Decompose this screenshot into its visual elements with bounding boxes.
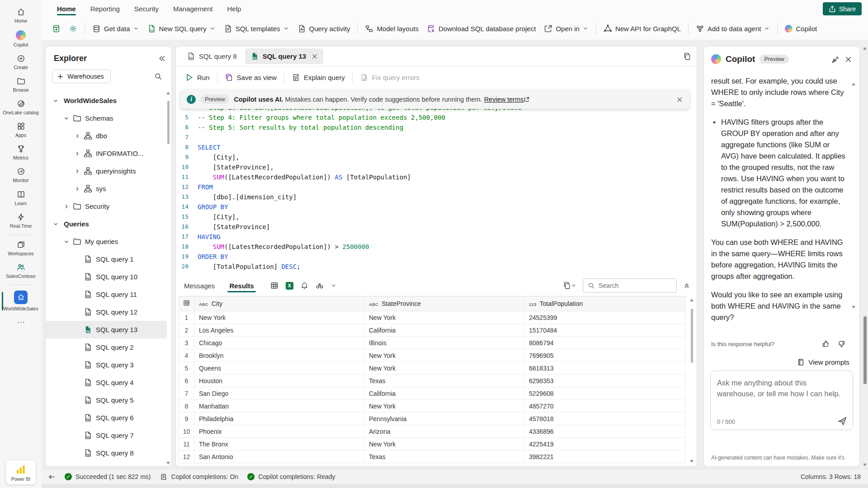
run-button[interactable]: Run bbox=[180, 70, 214, 85]
copy-results-icon[interactable] bbox=[563, 282, 576, 290]
rail-item-salescontoso[interactable]: SalesContoso bbox=[0, 260, 42, 282]
table-row[interactable]: 7San DiegoCalifornia5229608 bbox=[179, 387, 685, 400]
results-tab-messages[interactable]: Messages bbox=[182, 277, 217, 294]
tree-item-sql-query-13[interactable]: SQLSQL query 13 bbox=[46, 321, 167, 338]
scroll-down-arrow[interactable] bbox=[690, 460, 693, 463]
tree-item-my-queries[interactable]: My queries bbox=[46, 233, 167, 250]
scroll-up-arrow[interactable] bbox=[166, 92, 170, 94]
copilot-button[interactable]: Copilot bbox=[781, 22, 821, 36]
scroll-up-arrow[interactable] bbox=[852, 83, 855, 85]
close-tab-icon[interactable] bbox=[311, 53, 318, 60]
menu-reporting[interactable]: Reporting bbox=[85, 2, 125, 16]
rail-item-browse[interactable]: Browse bbox=[0, 74, 42, 96]
table-row[interactable]: 3ChicagoIllinois8086794 bbox=[179, 337, 685, 349]
tree-item-sql-query-10[interactable]: SQLSQL query 10 bbox=[46, 268, 167, 286]
grid-view-icon[interactable] bbox=[270, 282, 278, 290]
tree-item-worldwidesales[interactable]: WorldWideSales bbox=[46, 92, 167, 109]
new-api-for-graphql-button[interactable]: New API for GraphQL bbox=[599, 21, 685, 36]
scroll-thumb[interactable] bbox=[691, 309, 693, 363]
tree-item-queries[interactable]: Queries bbox=[46, 215, 167, 233]
open-in-button[interactable]: Open in bbox=[540, 21, 593, 36]
scroll-up-arrow[interactable] bbox=[690, 299, 693, 301]
copilot-completions-toggle[interactable]: Copilot completions: On bbox=[160, 473, 239, 481]
results-search-input[interactable] bbox=[599, 282, 666, 289]
duplicate-tab-icon[interactable] bbox=[683, 52, 691, 61]
table-row[interactable]: 8ManhattanNew York4857270 bbox=[179, 400, 685, 413]
copilot-input-box[interactable]: Ask me anything about this warehouse, or… bbox=[710, 371, 853, 430]
window-scrollbar[interactable] bbox=[863, 47, 867, 466]
collapse-results-icon[interactable] bbox=[683, 282, 690, 289]
new-sql-query-button[interactable]: SQLNew SQL query bbox=[143, 21, 220, 36]
tree-item-queryinsights[interactable]: queryinsights bbox=[46, 162, 167, 180]
tree-item-sql-query-12[interactable]: SQLSQL query 12 bbox=[46, 303, 167, 321]
column-header-totalpopulation[interactable]: 123TotalPopulation bbox=[524, 296, 685, 311]
add-to-data-agent-button[interactable]: Add to data agent bbox=[692, 21, 774, 36]
table-row[interactable]: 6HoustonTexas6298353 bbox=[179, 375, 685, 387]
tab-sql-query-8[interactable]: SQLSQL query 8 bbox=[181, 48, 242, 64]
power-bi-button[interactable]: Power BI bbox=[6, 460, 36, 484]
rail-item-more[interactable] bbox=[0, 315, 42, 332]
table-row[interactable]: 10PhoenixArizona4336896 bbox=[179, 425, 685, 438]
export-excel-icon[interactable]: X bbox=[286, 282, 293, 290]
table-row[interactable]: 12San AntonioTexas3982221 bbox=[179, 450, 685, 463]
menu-help[interactable]: Help bbox=[222, 2, 246, 16]
scroll-thumb[interactable] bbox=[863, 316, 867, 384]
close-copilot-icon[interactable] bbox=[844, 56, 852, 63]
tree-item-dbo[interactable]: dbo bbox=[46, 127, 167, 145]
scroll-down-arrow[interactable] bbox=[852, 306, 855, 309]
add-warehouses-button[interactable]: Warehouses bbox=[52, 70, 111, 83]
tree-item-sql-query-1[interactable]: SQLSQL query 1 bbox=[46, 250, 167, 268]
rail-item-onelake-catalog[interactable]: OneLake catalog bbox=[0, 96, 42, 119]
send-icon[interactable] bbox=[837, 416, 847, 426]
database-deploy-icon-button[interactable] bbox=[48, 21, 65, 36]
results-scrollbar[interactable] bbox=[689, 299, 694, 463]
rail-item-copilot[interactable]: Copilot bbox=[0, 27, 42, 51]
tree-item-sql-query-5[interactable]: SQLSQL query 5 bbox=[46, 391, 167, 409]
explorer-scrollbar[interactable] bbox=[166, 92, 170, 465]
notifications-bell-icon[interactable] bbox=[301, 282, 308, 290]
new-chat-broom-icon[interactable] bbox=[831, 55, 840, 64]
tree-item-sql-query-4[interactable]: SQLSQL query 4 bbox=[46, 374, 167, 391]
rail-item-workspaces[interactable]: Workspaces bbox=[0, 237, 42, 260]
table-row[interactable]: 4BrooklynNew York7696905 bbox=[179, 349, 685, 362]
menu-home[interactable]: Home bbox=[52, 2, 81, 16]
rail-item-learn[interactable]: Learn bbox=[0, 187, 42, 210]
download-sql-database-project-button[interactable]: Download SQL database project bbox=[423, 21, 540, 36]
scroll-down-arrow[interactable] bbox=[863, 464, 867, 466]
tree-item-sql-query-11[interactable]: SQLSQL query 11 bbox=[46, 286, 167, 303]
column-header-stateprovince[interactable]: ABCStateProvince bbox=[364, 296, 524, 311]
sql-code-editor[interactable]: 4-- Step 3: Use SUM([LatestRecordedPopul… bbox=[176, 88, 694, 275]
tree-item-security[interactable]: Security bbox=[46, 197, 167, 215]
share-button[interactable]: Share bbox=[823, 2, 862, 15]
menu-management[interactable]: Management bbox=[168, 2, 218, 16]
thumbs-down-icon[interactable] bbox=[838, 340, 846, 348]
tree-item-sql-query-6[interactable]: SQLSQL query 6 bbox=[46, 409, 167, 427]
view-prompts-button[interactable]: View prompts bbox=[797, 358, 849, 366]
rail-item-monitor[interactable]: Monitor bbox=[0, 164, 42, 187]
banner-close-icon[interactable] bbox=[676, 96, 683, 103]
table-row[interactable]: 9PhiladelphiaPennsylvania4578018 bbox=[179, 413, 685, 425]
sql-templates-button[interactable]: SQL templates bbox=[220, 21, 293, 36]
rail-item-worldwidesales[interactable]: WorldWideSales bbox=[0, 287, 42, 315]
column-header-city[interactable]: ABCCity bbox=[194, 296, 364, 311]
table-row[interactable]: 2Los AngelesCalifornia15170484 bbox=[179, 324, 685, 337]
table-row[interactable]: 1New YorkNew York24525399 bbox=[179, 311, 685, 324]
table-row[interactable]: 11The BronxNew York4225419 bbox=[179, 438, 685, 450]
table-row[interactable]: 5QueensNew York6818313 bbox=[179, 362, 685, 375]
tab-sql-query-13[interactable]: SQLSQL query 13 bbox=[245, 48, 323, 64]
copilot-response-scrollbar[interactable] bbox=[851, 83, 856, 309]
save-as-view-button[interactable]: Save as view bbox=[220, 70, 281, 85]
select-all-header[interactable] bbox=[179, 296, 194, 311]
tree-item-sql-query-2[interactable]: SQLSQL query 2 bbox=[46, 338, 167, 356]
explain-query-button[interactable]: Explain query bbox=[287, 70, 349, 85]
tree-item-sys[interactable]: sys bbox=[46, 180, 167, 197]
menu-security[interactable]: Security bbox=[129, 2, 164, 16]
rail-item-metrics[interactable]: Metrics bbox=[0, 141, 42, 164]
rail-item-apps[interactable]: Apps bbox=[0, 119, 42, 141]
tree-item-sql-query-7[interactable]: SQLSQL query 7 bbox=[46, 427, 167, 444]
rail-item-home[interactable]: Home bbox=[0, 5, 42, 27]
scroll-up-arrow[interactable] bbox=[863, 47, 867, 50]
scroll-thumb[interactable] bbox=[167, 101, 170, 144]
thumbs-up-icon[interactable] bbox=[821, 340, 830, 348]
binoculars-search-icon[interactable] bbox=[316, 282, 324, 290]
